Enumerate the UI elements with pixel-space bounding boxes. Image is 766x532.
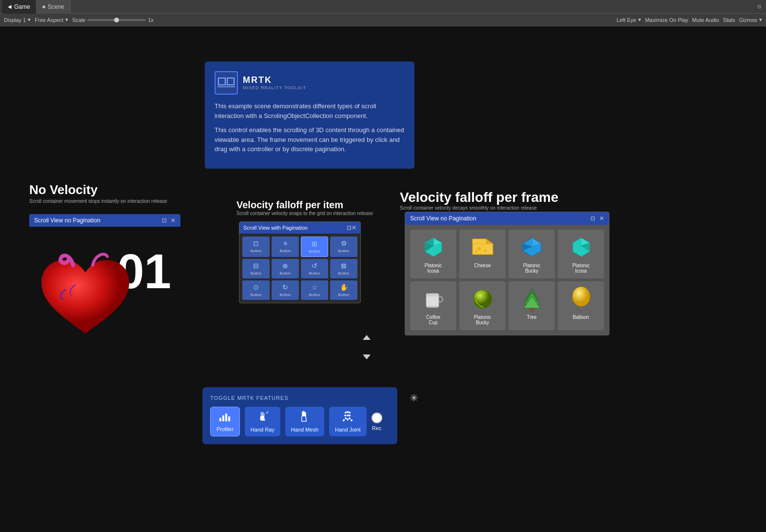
pin-icon[interactable]: ✳: [407, 391, 421, 405]
scroll-right-title: Scroll View no Pagination: [410, 215, 590, 222]
toggle-hand-ray-btn[interactable]: Hand Ray: [245, 407, 280, 436]
tab-scene-label: Scene: [48, 3, 64, 10]
scale-label: Scale: [72, 17, 86, 23]
pag-btn-5[interactable]: ⊕ Button: [272, 259, 299, 278]
item-platonic-bucky-1[interactable]: PlatonicBucky: [509, 230, 555, 278]
collapse-btn[interactable]: ⊟: [754, 3, 764, 10]
svg-point-12: [478, 247, 481, 250]
rec-btn[interactable]: Rec: [372, 413, 382, 431]
svg-point-40: [344, 414, 346, 416]
mrtk-logo-icon: [215, 71, 238, 95]
maximize-btn[interactable]: Maximize On Play: [645, 17, 688, 23]
mrtk-desc1: This example scene demonstrates differen…: [215, 101, 405, 120]
cheese-label: Cheese: [474, 263, 491, 268]
pag-btn-7[interactable]: ⊠ Button: [330, 259, 357, 278]
mrtk-logo-area: MRTK MIXED REALITY TOOLKIT: [215, 71, 405, 95]
pag-btn-10-label: Button: [309, 293, 320, 297]
svg-point-46: [343, 419, 345, 421]
pag-btn-3-icon: ⚙: [341, 239, 347, 247]
pag-btn-2-icon: ⊞: [312, 240, 317, 248]
pag-btn-8-label: Button: [250, 293, 261, 297]
scroll-right-pin-icon[interactable]: ⊡: [590, 215, 595, 222]
item-coffee-cup[interactable]: CoffeeCup: [410, 281, 456, 330]
pag-btn-1[interactable]: ≡ Button: [272, 236, 299, 257]
top-bar: ◀ Game ■ Scene ⊟: [0, 0, 766, 14]
item-platonic-icosa-1[interactable]: PlatonicIcosa: [410, 230, 456, 278]
scroll-left-close-icon[interactable]: ✕: [171, 217, 176, 224]
scroll-pag-grid: ⊡ Button ≡ Button ⊞ Button ⚙ Button ⊟ Bu…: [239, 234, 360, 303]
mrtk-panel: MRTK MIXED REALITY TOOLKIT This example …: [205, 61, 414, 169]
scroll-left-header: Scroll View no Pagination ⊡ ✕: [29, 214, 180, 227]
hand-joint-icon: [342, 411, 354, 425]
svg-rect-33: [228, 416, 230, 421]
tab-scene[interactable]: ■ Scene: [37, 0, 71, 14]
pag-btn-4[interactable]: ⊟ Button: [242, 259, 270, 278]
pag-arrow-down[interactable]: [362, 354, 371, 362]
pag-btn-8[interactable]: ⊙ Button: [242, 280, 270, 300]
pag-btn-9[interactable]: ↻ Button: [272, 280, 299, 300]
item-platonic-bucky-2[interactable]: PlatonicBucky: [459, 281, 506, 330]
toggle-hand-joint-btn[interactable]: Hand Joint: [329, 407, 367, 436]
mute-btn[interactable]: Mute Audio: [692, 17, 719, 23]
item-tree[interactable]: Tree: [509, 281, 555, 330]
aspect-selector[interactable]: Free Aspect ▾: [35, 17, 68, 23]
scroll-pagination-panel: Scroll View with Pagination ⊡ ✕ ⊡ Button…: [239, 221, 361, 303]
stats-label: Stats: [723, 17, 735, 23]
pag-arrow-up[interactable]: [362, 334, 371, 343]
mrtk-subtitle: MIXED REALITY TOOLKIT: [243, 85, 306, 91]
pag-btn-1-label: Button: [279, 249, 291, 253]
pag-btn-11[interactable]: ✋ Button: [330, 280, 357, 300]
platonic-icosa-2-label: PlatonicIcosa: [572, 263, 590, 274]
scroll-pag-pin-icon[interactable]: ⊡: [347, 224, 352, 231]
tree-icon: [519, 286, 545, 312]
pag-btn-10[interactable]: ☆ Button: [301, 280, 328, 300]
stats-btn[interactable]: Stats: [723, 17, 735, 23]
scroll-right-close-icon[interactable]: ✕: [599, 215, 604, 222]
pag-btn-4-icon: ⊟: [253, 262, 259, 270]
svg-point-39: [349, 412, 351, 414]
maximize-label: Maximize On Play: [645, 17, 688, 23]
display-selector[interactable]: Display 1 ▾: [4, 17, 31, 23]
svg-rect-30: [219, 418, 221, 421]
gizmos-arrow: ▾: [759, 17, 762, 23]
top-bar-right: ⊟: [754, 3, 764, 10]
svg-rect-28: [530, 308, 533, 311]
balloon-label: Balloon: [573, 315, 589, 320]
item-platonic-icosa-2[interactable]: PlatonicIcosa: [558, 230, 604, 278]
scroll-pag-close-icon[interactable]: ✕: [352, 224, 356, 231]
scale-slider-thumb: [114, 18, 119, 22]
display-label: Display 1: [4, 17, 26, 23]
svg-point-47: [351, 419, 353, 421]
item-cheese[interactable]: Cheese: [459, 230, 506, 278]
pag-btn-6[interactable]: ↺ Button: [301, 259, 328, 278]
scale-slider-track[interactable]: [87, 19, 146, 21]
gizmos-btn[interactable]: Gizmos ▾: [739, 17, 762, 23]
item-balloon[interactable]: Balloon: [558, 281, 604, 330]
toggle-panel: TOGGLE MRTK FEATURES Profiler: [202, 387, 397, 444]
scroll-panel-left: Scroll View no Pagination ⊡ ✕: [29, 214, 180, 227]
velocity-item-section: Velocity falloff per item Scroll contain…: [236, 199, 373, 216]
left-eye-arrow: ▾: [638, 17, 641, 23]
mute-label: Mute Audio: [692, 17, 719, 23]
svg-marker-11: [472, 239, 486, 244]
svg-point-13: [484, 250, 486, 252]
platonic-bucky-2-icon: [470, 286, 495, 312]
velocity-frame-section: Velocity falloff per frame Scroll contai…: [400, 190, 558, 211]
pag-btn-11-label: Button: [338, 293, 349, 297]
velocity-item-subtitle: Scroll container velocity snaps to the g…: [236, 211, 373, 216]
pag-btn-10-icon: ☆: [312, 283, 318, 291]
scroll-left-pin-icon[interactable]: ⊡: [162, 217, 167, 224]
pag-btn-2[interactable]: ⊞ Button: [301, 236, 328, 257]
tab-game[interactable]: ◀ Game: [2, 0, 37, 14]
svg-point-38: [347, 411, 349, 413]
toggle-hand-mesh-btn[interactable]: Hand Mesh: [285, 407, 324, 436]
left-eye-selector[interactable]: Left Eye ▾: [617, 17, 641, 23]
pag-btn-3[interactable]: ⚙ Button: [330, 236, 357, 257]
toggle-profiler-btn[interactable]: Profiler: [210, 407, 240, 436]
pag-btn-9-icon: ↻: [282, 283, 288, 291]
velocity-frame-subtitle: Scroll container velocity decays smoothl…: [400, 205, 558, 211]
pag-btn-4-label: Button: [250, 271, 261, 276]
scroll-right-icons: ⊡ ✕: [590, 215, 604, 222]
pag-btn-0[interactable]: ⊡ Button: [242, 236, 270, 257]
rec-circle-icon: [372, 413, 382, 423]
